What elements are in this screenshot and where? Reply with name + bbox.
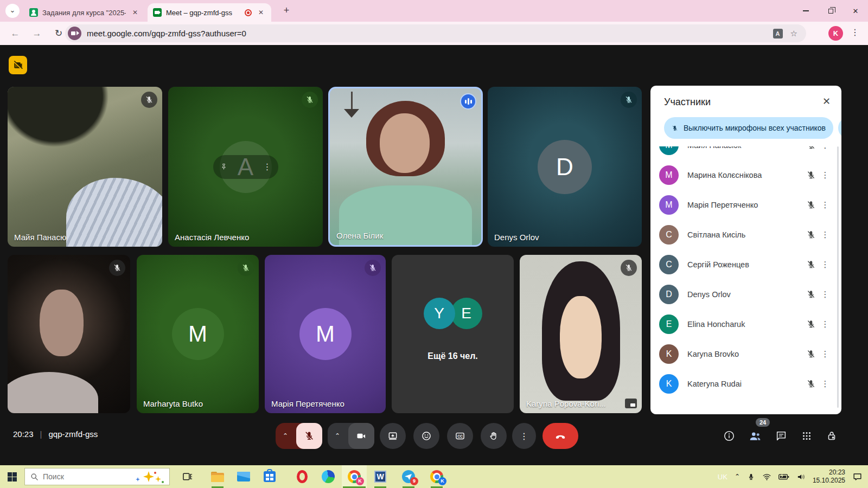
taskbar-search[interactable] xyxy=(24,468,170,485)
chrome-icon: K xyxy=(430,470,443,483)
tab-close-icon[interactable]: ✕ xyxy=(256,8,266,17)
telegram-button[interactable]: 9 xyxy=(401,470,416,484)
tab-close-icon[interactable]: ✕ xyxy=(130,8,140,17)
raise-hand-icon xyxy=(488,431,499,441)
profile-avatar[interactable]: K xyxy=(828,26,843,41)
task-view-button[interactable] xyxy=(180,470,194,484)
tab-search-icon[interactable]: ⌄ xyxy=(5,4,20,18)
participant-menu-icon[interactable]: ⋮ xyxy=(818,290,833,299)
camera-button[interactable]: ⌃ xyxy=(328,423,374,449)
info-icon xyxy=(723,430,735,442)
participant-row[interactable]: М Марина Колєснікова ⋮ xyxy=(650,160,841,190)
translate-icon[interactable]: A xyxy=(773,29,783,38)
battery-charging-icon[interactable] xyxy=(778,473,789,481)
avatar: K xyxy=(659,344,679,364)
end-call-button[interactable] xyxy=(542,423,578,449)
activities-button[interactable] xyxy=(799,428,814,444)
chrome-secondary-button[interactable]: K xyxy=(430,470,444,484)
video-tile[interactable]: Майя Панасюк xyxy=(8,87,162,247)
mic-off-icon[interactable] xyxy=(296,423,322,449)
raise-hand-button[interactable] xyxy=(481,423,507,449)
present-screen-button[interactable] xyxy=(380,423,406,449)
meeting-details-button[interactable] xyxy=(722,428,737,444)
word-button[interactable]: W xyxy=(373,470,387,484)
participant-name-label: Майя Панасюк xyxy=(14,233,70,242)
search-input[interactable] xyxy=(43,472,113,481)
mic-options-chevron-icon[interactable]: ⌃ xyxy=(276,432,295,440)
video-tile-speaking[interactable]: Олена Білик xyxy=(328,87,483,247)
participant-row[interactable]: D Denys Orlov ⋮ xyxy=(650,279,841,309)
action-center-icon[interactable] xyxy=(852,472,863,482)
tile-menu-icon[interactable]: ⋮ xyxy=(263,162,272,172)
overflow-participants-tile[interactable]: Y E Ещё 16 чел. xyxy=(392,255,514,413)
language-indicator[interactable]: UK xyxy=(718,473,727,481)
video-tile[interactable]: M Marharyta Butko xyxy=(137,255,259,413)
participant-menu-icon[interactable]: ⋮ xyxy=(818,349,833,359)
participant-menu-icon[interactable]: ⋮ xyxy=(818,319,833,329)
participant-row[interactable]: E Elina Honcharuk ⋮ xyxy=(650,309,841,339)
pin-icon[interactable] xyxy=(220,163,228,171)
captions-icon: CC xyxy=(455,431,465,441)
participant-menu-icon[interactable]: ⋮ xyxy=(818,200,833,210)
file-explorer-button[interactable] xyxy=(210,470,225,484)
video-tile[interactable]: A ⋮ Анастасія Левченко xyxy=(168,87,323,247)
participant-row[interactable]: С Сергій Роженцев ⋮ xyxy=(650,249,841,279)
url-text[interactable]: meet.google.com/gqp-zmfd-gss?authuser=0 xyxy=(87,29,773,38)
back-icon[interactable]: ← xyxy=(9,28,22,39)
panel-scrollbar[interactable] xyxy=(837,146,839,408)
browser-menu-icon[interactable]: ⋮ xyxy=(851,27,859,37)
close-window-button[interactable]: ✕ xyxy=(843,0,868,22)
video-tile[interactable]: Kateryna Rudai xyxy=(8,255,130,413)
video-tile[interactable]: M Марія Перетяченко xyxy=(265,255,386,413)
participant-row[interactable]: С Світлана Кисіль ⋮ xyxy=(650,220,841,249)
minimize-button[interactable] xyxy=(793,0,818,22)
camera-icon[interactable] xyxy=(348,423,374,449)
mute-all-secondary-button[interactable] xyxy=(838,117,841,139)
participant-row[interactable]: М Марія Перетяченко ⋮ xyxy=(650,190,841,220)
participant-row[interactable]: K Karyna Brovko ⋮ xyxy=(650,339,841,369)
video-tile[interactable]: Karyna Popova-Kori... xyxy=(520,255,642,413)
participant-menu-icon[interactable]: ⋮ xyxy=(818,230,833,240)
participant-row[interactable]: K Kateryna Rudai ⋮ xyxy=(650,369,841,399)
participant-menu-icon[interactable]: ⋮ xyxy=(818,260,833,269)
restore-button[interactable] xyxy=(818,0,843,22)
bookmark-star-icon[interactable]: ☆ xyxy=(790,29,797,38)
mic-button-muted[interactable]: ⌃ xyxy=(276,423,322,449)
captions-button[interactable]: CC xyxy=(447,423,473,449)
participant-menu-icon[interactable]: ⋮ xyxy=(818,146,833,150)
opera-button[interactable] xyxy=(295,470,309,484)
address-bar[interactable]: meet.google.com/gqp-zmfd-gss?authuser=0 … xyxy=(65,24,806,42)
participant-menu-icon[interactable]: ⋮ xyxy=(818,170,833,180)
tray-mic-icon[interactable] xyxy=(747,472,755,481)
tray-chevron-icon[interactable]: ⌃ xyxy=(735,473,740,480)
fullscreen-icon[interactable] xyxy=(625,399,637,408)
camera-in-use-icon[interactable] xyxy=(68,27,81,40)
host-controls-button[interactable] xyxy=(824,428,839,444)
profile-badge: K xyxy=(356,477,364,485)
wifi-icon[interactable] xyxy=(762,472,771,481)
meet-icon xyxy=(153,8,162,17)
tab-classroom[interactable]: Задания для курса "2025-26_К ✕ xyxy=(24,3,145,22)
more-options-button[interactable]: ⋮ xyxy=(512,423,536,449)
mail-button[interactable] xyxy=(237,470,251,484)
edge-button[interactable] xyxy=(321,470,335,484)
participant-menu-icon[interactable]: ⋮ xyxy=(818,379,833,389)
start-button[interactable] xyxy=(0,472,24,481)
camera-notice-badge[interactable] xyxy=(9,56,27,74)
volume-icon[interactable] xyxy=(796,472,806,481)
store-button[interactable] xyxy=(263,470,277,484)
participant-row[interactable]: М Майя Панасюк ⋮ xyxy=(650,146,841,160)
refresh-icon[interactable]: ↻ xyxy=(52,28,65,39)
show-participants-button[interactable] xyxy=(748,428,763,444)
mute-all-button[interactable]: Выключить микрофоны всех участников xyxy=(664,117,833,139)
new-tab-button[interactable]: + xyxy=(280,4,293,17)
reactions-button[interactable] xyxy=(413,423,439,449)
chrome-meet-button[interactable]: K xyxy=(347,470,361,484)
forward-icon[interactable]: → xyxy=(30,28,43,39)
chat-button[interactable] xyxy=(774,428,789,444)
close-panel-icon[interactable]: ✕ xyxy=(822,95,831,107)
tray-clock[interactable]: 20:23 15.10.2025 xyxy=(813,468,845,485)
video-tile[interactable]: D Denys Orlov xyxy=(488,87,642,247)
camera-options-chevron-icon[interactable]: ⌃ xyxy=(328,432,347,440)
tab-meet[interactable]: Meet – gqp-zmfd-gss ✕ xyxy=(148,3,271,22)
